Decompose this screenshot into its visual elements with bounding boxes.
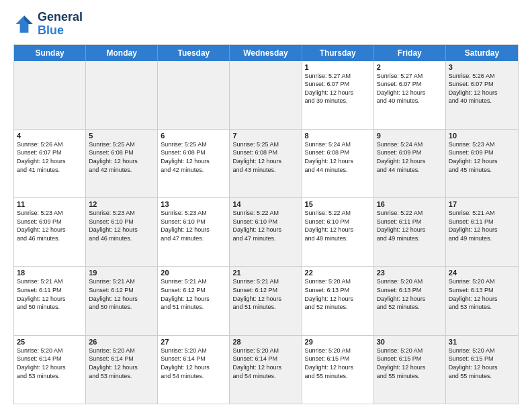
day-number: 14: [232, 200, 298, 208]
calendar-row: 18Sunrise: 5:21 AM Sunset: 6:11 PM Dayli…: [14, 266, 518, 334]
day-number: 17: [449, 200, 515, 208]
calendar-cell: 7Sunrise: 5:25 AM Sunset: 6:08 PM Daylig…: [230, 130, 302, 197]
calendar-cell: 29Sunrise: 5:20 AM Sunset: 6:15 PM Dayli…: [302, 336, 374, 404]
day-number: 3: [449, 63, 515, 71]
cell-info: Sunrise: 5:26 AM Sunset: 6:07 PM Dayligh…: [17, 140, 83, 174]
day-number: 30: [377, 338, 443, 346]
calendar-cell: [86, 61, 158, 129]
calendar-cell: [230, 61, 302, 129]
calendar-header: SundayMondayTuesdayWednesdayThursdayFrid…: [14, 45, 518, 61]
day-number: 2: [377, 63, 443, 71]
calendar-cell: 1Sunrise: 5:27 AM Sunset: 6:07 PM Daylig…: [302, 61, 374, 129]
calendar-cell: 12Sunrise: 5:23 AM Sunset: 6:10 PM Dayli…: [86, 198, 158, 266]
calendar-cell: 26Sunrise: 5:20 AM Sunset: 6:14 PM Dayli…: [86, 336, 158, 404]
weekday-header: Monday: [86, 45, 158, 61]
cell-info: Sunrise: 5:20 AM Sunset: 6:13 PM Dayligh…: [377, 277, 443, 311]
calendar-cell: 25Sunrise: 5:20 AM Sunset: 6:14 PM Dayli…: [14, 336, 86, 404]
cell-info: Sunrise: 5:23 AM Sunset: 6:10 PM Dayligh…: [161, 209, 226, 242]
calendar-cell: [158, 61, 230, 129]
cell-info: Sunrise: 5:21 AM Sunset: 6:12 PM Dayligh…: [89, 277, 154, 311]
logo-icon: [13, 13, 35, 35]
weekday-header: Sunday: [14, 45, 86, 61]
calendar-cell: 27Sunrise: 5:20 AM Sunset: 6:14 PM Dayli…: [158, 336, 230, 404]
calendar-cell: 30Sunrise: 5:20 AM Sunset: 6:15 PM Dayli…: [374, 336, 446, 404]
day-number: 15: [305, 200, 371, 208]
calendar-cell: 28Sunrise: 5:20 AM Sunset: 6:14 PM Dayli…: [230, 336, 302, 404]
calendar-cell: 16Sunrise: 5:22 AM Sunset: 6:11 PM Dayli…: [374, 198, 446, 266]
day-number: 31: [449, 338, 515, 346]
day-number: 1: [305, 63, 371, 71]
day-number: 12: [89, 200, 154, 208]
day-number: 13: [161, 200, 226, 208]
cell-info: Sunrise: 5:24 AM Sunset: 6:08 PM Dayligh…: [305, 140, 371, 174]
calendar-cell: 6Sunrise: 5:25 AM Sunset: 6:08 PM Daylig…: [158, 130, 230, 197]
day-number: 11: [17, 200, 83, 208]
calendar-body: 1Sunrise: 5:27 AM Sunset: 6:07 PM Daylig…: [14, 61, 518, 404]
cell-info: Sunrise: 5:20 AM Sunset: 6:14 PM Dayligh…: [17, 347, 83, 380]
cell-info: Sunrise: 5:23 AM Sunset: 6:10 PM Dayligh…: [89, 209, 154, 242]
cell-info: Sunrise: 5:21 AM Sunset: 6:12 PM Dayligh…: [232, 277, 298, 311]
cell-info: Sunrise: 5:24 AM Sunset: 6:09 PM Dayligh…: [377, 140, 443, 174]
calendar-cell: 22Sunrise: 5:20 AM Sunset: 6:13 PM Dayli…: [302, 267, 374, 334]
calendar-row: 1Sunrise: 5:27 AM Sunset: 6:07 PM Daylig…: [14, 61, 518, 129]
day-number: 16: [377, 200, 443, 208]
calendar-cell: 31Sunrise: 5:20 AM Sunset: 6:15 PM Dayli…: [446, 336, 518, 404]
page: General Blue SundayMondayTuesdayWednesda…: [0, 0, 532, 411]
day-number: 9: [377, 132, 443, 140]
logo-text: General Blue: [38, 11, 83, 38]
calendar-cell: 9Sunrise: 5:24 AM Sunset: 6:09 PM Daylig…: [374, 130, 446, 197]
cell-info: Sunrise: 5:25 AM Sunset: 6:08 PM Dayligh…: [232, 140, 298, 174]
day-number: 23: [377, 269, 443, 277]
cell-info: Sunrise: 5:22 AM Sunset: 6:11 PM Dayligh…: [377, 209, 443, 242]
calendar-cell: 4Sunrise: 5:26 AM Sunset: 6:07 PM Daylig…: [14, 130, 86, 197]
day-number: 18: [17, 269, 83, 277]
day-number: 24: [449, 269, 515, 277]
day-number: 27: [161, 338, 226, 346]
cell-info: Sunrise: 5:20 AM Sunset: 6:13 PM Dayligh…: [305, 277, 371, 311]
calendar-cell: 18Sunrise: 5:21 AM Sunset: 6:11 PM Dayli…: [14, 267, 86, 334]
cell-info: Sunrise: 5:27 AM Sunset: 6:07 PM Dayligh…: [305, 72, 371, 105]
day-number: 29: [305, 338, 371, 346]
day-number: 21: [232, 269, 298, 277]
cell-info: Sunrise: 5:25 AM Sunset: 6:08 PM Dayligh…: [161, 140, 226, 174]
day-number: 7: [232, 132, 298, 140]
calendar-cell: 5Sunrise: 5:25 AM Sunset: 6:08 PM Daylig…: [86, 130, 158, 197]
calendar-cell: 2Sunrise: 5:27 AM Sunset: 6:07 PM Daylig…: [374, 61, 446, 129]
calendar-row: 11Sunrise: 5:23 AM Sunset: 6:09 PM Dayli…: [14, 197, 518, 266]
calendar-cell: 19Sunrise: 5:21 AM Sunset: 6:12 PM Dayli…: [86, 267, 158, 334]
day-number: 25: [17, 338, 83, 346]
day-number: 10: [449, 132, 515, 140]
calendar-cell: [14, 61, 86, 129]
cell-info: Sunrise: 5:20 AM Sunset: 6:15 PM Dayligh…: [377, 347, 443, 380]
calendar-row: 4Sunrise: 5:26 AM Sunset: 6:07 PM Daylig…: [14, 129, 518, 197]
weekday-header: Saturday: [446, 45, 518, 61]
calendar-cell: 20Sunrise: 5:21 AM Sunset: 6:12 PM Dayli…: [158, 267, 230, 334]
day-number: 20: [161, 269, 226, 277]
cell-info: Sunrise: 5:22 AM Sunset: 6:10 PM Dayligh…: [232, 209, 298, 242]
cell-info: Sunrise: 5:20 AM Sunset: 6:15 PM Dayligh…: [305, 347, 371, 380]
cell-info: Sunrise: 5:20 AM Sunset: 6:14 PM Dayligh…: [232, 347, 298, 380]
day-number: 19: [89, 269, 154, 277]
cell-info: Sunrise: 5:21 AM Sunset: 6:11 PM Dayligh…: [449, 209, 515, 242]
cell-info: Sunrise: 5:21 AM Sunset: 6:11 PM Dayligh…: [17, 277, 83, 311]
day-number: 4: [17, 132, 83, 140]
weekday-header: Thursday: [302, 45, 374, 61]
weekday-header: Wednesday: [230, 45, 302, 61]
calendar-cell: 11Sunrise: 5:23 AM Sunset: 6:09 PM Dayli…: [14, 198, 86, 266]
calendar-cell: 13Sunrise: 5:23 AM Sunset: 6:10 PM Dayli…: [158, 198, 230, 266]
header: General Blue: [13, 11, 519, 38]
day-number: 26: [89, 338, 154, 346]
cell-info: Sunrise: 5:25 AM Sunset: 6:08 PM Dayligh…: [89, 140, 154, 174]
calendar-cell: 8Sunrise: 5:24 AM Sunset: 6:08 PM Daylig…: [302, 130, 374, 197]
calendar-cell: 23Sunrise: 5:20 AM Sunset: 6:13 PM Dayli…: [374, 267, 446, 334]
calendar-row: 25Sunrise: 5:20 AM Sunset: 6:14 PM Dayli…: [14, 335, 518, 404]
calendar-cell: 3Sunrise: 5:26 AM Sunset: 6:07 PM Daylig…: [446, 61, 518, 129]
cell-info: Sunrise: 5:20 AM Sunset: 6:15 PM Dayligh…: [449, 347, 515, 380]
cell-info: Sunrise: 5:22 AM Sunset: 6:10 PM Dayligh…: [305, 209, 371, 242]
weekday-header: Tuesday: [158, 45, 230, 61]
logo: General Blue: [13, 11, 83, 38]
day-number: 6: [161, 132, 226, 140]
cell-info: Sunrise: 5:23 AM Sunset: 6:09 PM Dayligh…: [17, 209, 83, 242]
calendar-cell: 10Sunrise: 5:23 AM Sunset: 6:09 PM Dayli…: [446, 130, 518, 197]
calendar-cell: 24Sunrise: 5:20 AM Sunset: 6:13 PM Dayli…: [446, 267, 518, 334]
